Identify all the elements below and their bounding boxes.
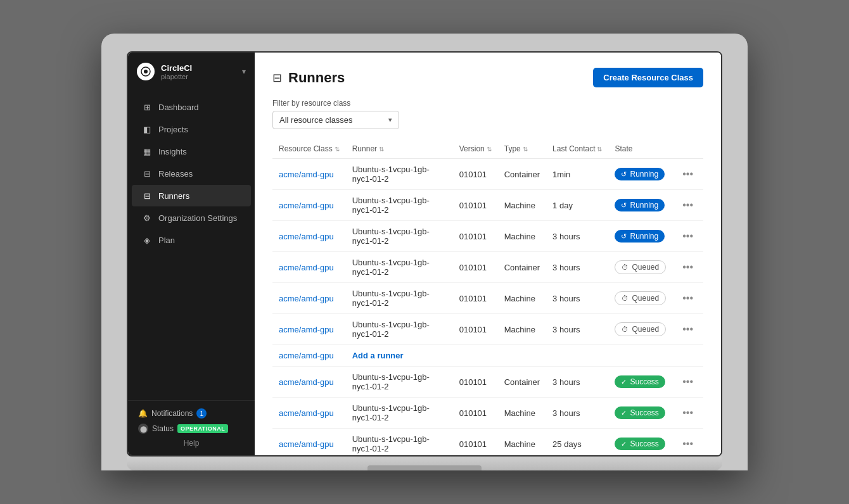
chevron-down-icon: ▾ [388, 116, 392, 124]
notifications-row[interactable]: 🔔 Notifications 1 [138, 408, 245, 419]
resource-class-link[interactable]: acme/amd-gpu [279, 263, 334, 272]
type-cell: Container [498, 367, 546, 398]
plan-icon: ◈ [142, 235, 152, 245]
type-cell: Machine [498, 429, 546, 456]
add-runner-link[interactable]: Add a runner [352, 351, 404, 360]
row-actions-button[interactable]: ••• [679, 291, 697, 305]
sidebar-item-plan[interactable]: ◈ Plan [132, 229, 251, 251]
page-title-row: ⊟ Runners [272, 70, 345, 86]
page-header: ⊟ Runners Create Resource Class [272, 68, 703, 87]
sidebar-item-releases[interactable]: ⊟ Releases [132, 163, 251, 184]
runner-cell: Ubuntu-s-1vcpu-1gb-nyc1-01-2 [346, 429, 453, 456]
runner-cell: Ubuntu-s-1vcpu-1gb-nyc1-01-2 [346, 221, 453, 252]
col-runner[interactable]: Runner⇅ [346, 139, 453, 159]
runners-table: Resource Class⇅Runner⇅Version⇅Type⇅Last … [272, 139, 703, 455]
sidebar-item-org-settings[interactable]: ⚙ Organization Settings [132, 207, 251, 229]
resource-class-link[interactable]: acme/amd-gpu [279, 170, 334, 179]
state-cell [608, 345, 672, 367]
main-content: ⊟ Runners Create Resource Class Filter b… [255, 53, 721, 455]
table-row: acme/amd-gpu Ubuntu-s-1vcpu-1gb-nyc1-01-… [272, 367, 703, 398]
sidebar-item-runners[interactable]: ⊟ Runners [132, 185, 251, 206]
notifications-label: Notifications [151, 409, 193, 418]
sidebar-item-label: Dashboard [158, 103, 199, 112]
resource-class-link[interactable]: acme/amd-gpu [279, 351, 334, 360]
help-link[interactable]: Help [138, 439, 245, 448]
runner-cell: Ubuntu-s-1vcpu-1gb-nyc1-01-2 [346, 252, 453, 283]
org-switcher[interactable]: CircleCI piapotter ▾ [128, 53, 255, 91]
resource-class-cell: acme/amd-gpu [272, 252, 346, 283]
type-cell: Machine [498, 398, 546, 429]
last-contact-cell: 1 day [546, 190, 608, 221]
col-version[interactable]: Version⇅ [453, 139, 498, 159]
filter-section: Filter by resource class All resource cl… [272, 99, 703, 129]
version-cell: 010101 [453, 398, 498, 429]
row-actions-button[interactable]: ••• [679, 322, 697, 336]
resource-class-cell: acme/amd-gpu [272, 398, 346, 429]
row-actions-button[interactable]: ••• [679, 437, 697, 451]
state-badge: ✓Success [615, 438, 665, 450]
type-cell: Container [498, 252, 546, 283]
sidebar-item-label: Plan [158, 236, 175, 245]
runner-cell: Ubuntu-s-1vcpu-1gb-nyc1-01-2 [346, 159, 453, 190]
add-runner-cell: Add a runner [346, 345, 609, 367]
resource-class-link[interactable]: acme/amd-gpu [279, 377, 334, 387]
sidebar-item-dashboard[interactable]: ⊞ Dashboard [132, 96, 251, 118]
sidebar-item-label: Insights [158, 147, 187, 156]
table-row: acme/amd-gpu Ubuntu-s-1vcpu-1gb-nyc1-01-… [272, 252, 703, 283]
actions-cell: ••• [672, 398, 703, 429]
runner-cell: Ubuntu-s-1vcpu-1gb-nyc1-01-2 [346, 283, 453, 314]
state-cell: ✓Success [608, 367, 672, 398]
row-actions-button[interactable]: ••• [679, 198, 697, 212]
col-last-contact[interactable]: Last Contact⇅ [546, 139, 608, 159]
org-logo [137, 63, 155, 80]
row-actions-button[interactable]: ••• [679, 375, 697, 389]
status-label: Status [152, 424, 174, 433]
sidebar-item-projects[interactable]: ◧ Projects [132, 118, 251, 140]
sidebar-item-label: Releases [158, 169, 193, 179]
table-row: acme/amd-gpu Ubuntu-s-1vcpu-1gb-nyc1-01-… [272, 429, 703, 456]
sidebar: CircleCI piapotter ▾ ⊞ Dashboard ◧ Proje… [128, 53, 255, 455]
state-badge: ⏱Queued [615, 260, 666, 274]
state-badge: ⏱Queued [615, 291, 666, 305]
row-actions-button[interactable]: ••• [679, 167, 697, 181]
resource-class-cell: acme/amd-gpu [272, 221, 346, 252]
state-cell: ⏱Queued [608, 314, 672, 345]
resource-class-cell: acme/amd-gpu [272, 345, 346, 367]
last-contact-cell: 3 hours [546, 367, 608, 398]
row-actions-button[interactable]: ••• [679, 260, 697, 274]
actions-cell: ••• [672, 314, 703, 345]
sidebar-item-insights[interactable]: ▦ Insights [132, 141, 251, 162]
resource-class-link[interactable]: acme/amd-gpu [279, 439, 334, 449]
col-resource-class[interactable]: Resource Class⇅ [272, 139, 346, 159]
table-body: acme/amd-gpu Ubuntu-s-1vcpu-1gb-nyc1-01-… [272, 159, 703, 456]
notifications-badge: 1 [196, 408, 207, 419]
resource-class-cell: acme/amd-gpu [272, 314, 346, 345]
state-badge: ✓Success [615, 406, 665, 419]
resource-class-link[interactable]: acme/amd-gpu [279, 201, 334, 210]
type-cell: Machine [498, 190, 546, 221]
resource-class-link[interactable]: acme/amd-gpu [279, 408, 334, 418]
table-row: acme/amd-gpu Ubuntu-s-1vcpu-1gb-nyc1-01-… [272, 190, 703, 221]
col-type[interactable]: Type⇅ [498, 139, 546, 159]
version-cell: 010101 [453, 190, 498, 221]
state-cell: ✓Success [608, 429, 672, 456]
state-cell: ⏱Queued [608, 283, 672, 314]
last-contact-cell: 3 hours [546, 221, 608, 252]
last-contact-cell: 3 hours [546, 398, 608, 429]
resource-class-link[interactable]: acme/amd-gpu [279, 325, 334, 334]
table-row: acme/amd-gpu Ubuntu-s-1vcpu-1gb-nyc1-01-… [272, 283, 703, 314]
version-cell: 010101 [453, 429, 498, 456]
releases-icon: ⊟ [142, 168, 152, 179]
resource-class-link[interactable]: acme/amd-gpu [279, 294, 334, 303]
last-contact-cell: 1min [546, 159, 608, 190]
row-actions-button[interactable]: ••• [679, 406, 697, 420]
table-row: acme/amd-gpu Ubuntu-s-1vcpu-1gb-nyc1-01-… [272, 314, 703, 345]
runners-icon: ⊟ [272, 71, 282, 85]
resource-class-link[interactable]: acme/amd-gpu [279, 232, 334, 241]
resource-class-filter[interactable]: All resource classes ▾ [272, 111, 399, 129]
create-resource-class-button[interactable]: Create Resource Class [593, 68, 703, 87]
state-cell: ↺Running [608, 221, 672, 252]
svg-point-1 [144, 70, 148, 73]
row-actions-button[interactable]: ••• [679, 229, 697, 243]
runner-cell: Ubuntu-s-1vcpu-1gb-nyc1-01-2 [346, 367, 453, 398]
